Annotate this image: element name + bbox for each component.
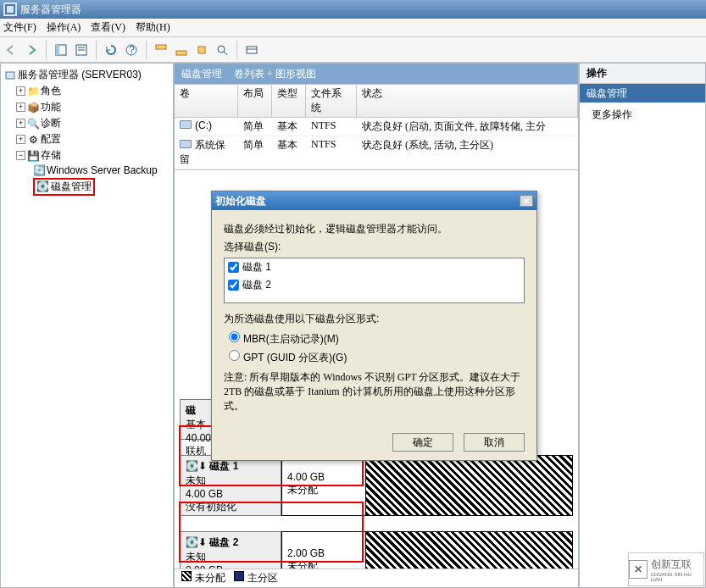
forward-icon[interactable]	[24, 42, 39, 58]
actions-more[interactable]: 更多操作	[580, 103, 705, 127]
dialog-buttons: 确定 取消	[212, 424, 536, 460]
actions-header: 操作	[580, 64, 705, 84]
menubar: 文件(F) 操作(A) 查看(V) 帮助(H)	[0, 19, 706, 37]
tree-roles[interactable]: +📁角色	[4, 83, 170, 99]
menu-file[interactable]: 文件(F)	[3, 20, 36, 35]
separator	[96, 41, 97, 59]
radio-gpt[interactable]	[229, 350, 240, 361]
tree-wsb[interactable]: 🔄Windows Server Backup	[4, 164, 170, 177]
legend-primary-swatch	[234, 571, 244, 581]
center-subtitle: 卷列表 + 图形视图	[234, 67, 316, 81]
features-icon: 📦	[27, 102, 39, 114]
partition-style-label: 为所选磁盘使用以下磁盘分区形式:	[224, 312, 525, 326]
tree-storage[interactable]: −💾存储	[4, 147, 170, 164]
actions-panel: 操作 磁盘管理 更多操作	[579, 63, 706, 588]
view-top-icon[interactable]	[153, 42, 169, 58]
expander-icon[interactable]: +	[16, 86, 25, 96]
svg-rect-9	[156, 45, 166, 49]
view-bottom-icon[interactable]	[174, 42, 189, 58]
svg-line-13	[224, 52, 227, 55]
backup-icon: 🔄	[33, 164, 45, 176]
col-type[interactable]: 类型	[272, 85, 306, 117]
expander-icon[interactable]: +	[16, 103, 25, 112]
table-row[interactable]: (C:) 简单 基本 NTFS 状态良好 (启动, 页面文件, 故障转储, 主分	[175, 118, 578, 136]
legend: 未分配 主分区	[175, 569, 578, 587]
col-layout[interactable]: 布局	[238, 85, 272, 117]
menu-view[interactable]: 查看(V)	[91, 20, 125, 35]
tree-root-label: 服务器管理器 (SERVER03)	[18, 68, 142, 82]
col-fs[interactable]: 文件系统	[306, 85, 357, 117]
disk1-partition[interactable]: 4.00 GB 未分配	[281, 455, 366, 516]
config-icon: ⚙	[27, 134, 39, 146]
panel-icon[interactable]	[53, 42, 69, 58]
svg-point-12	[218, 46, 225, 53]
svg-rect-3	[56, 45, 59, 55]
roles-icon: 📁	[27, 86, 39, 97]
refresh-icon[interactable]	[103, 42, 119, 58]
tree-root[interactable]: 服务器管理器 (SERVER03)	[4, 67, 170, 83]
watermark-sub: CHUANG XIN HU LIAN	[651, 572, 703, 582]
dialog-message: 磁盘必须经过初始化，逻辑磁盘管理器才能访问。	[224, 222, 525, 236]
volumes-table: 卷 布局 类型 文件系统 状态 (C:) 简单 基本 NTFS 状态良好 (启动…	[175, 84, 578, 169]
back-icon[interactable]	[3, 42, 19, 58]
radio-mbr-row[interactable]: MBR(主启动记录)(M)	[224, 330, 525, 348]
ok-button[interactable]: 确定	[392, 433, 453, 452]
center-title: 磁盘管理	[181, 67, 222, 81]
close-icon[interactable]: ✕	[520, 195, 533, 207]
settings-icon[interactable]	[194, 42, 209, 58]
svg-text:?: ?	[129, 44, 135, 56]
tree-config[interactable]: +⚙配置	[4, 131, 170, 147]
radio-gpt-row[interactable]: GPT (GUID 分区表)(G)	[224, 348, 525, 367]
cancel-button[interactable]: 取消	[464, 433, 525, 452]
actions-sub: 磁盘管理	[580, 84, 705, 103]
storage-icon: 💾	[27, 150, 39, 162]
svg-rect-16	[6, 72, 14, 79]
table-row[interactable]: 系统保留 简单 基本 NTFS 状态良好 (系统, 活动, 主分区)	[175, 136, 578, 169]
toolbar: ?	[0, 37, 706, 63]
disk2-info: 💽⬇ 磁盘 2 未知 2.00 GB 没有初始化	[180, 531, 281, 569]
tree-diskmgmt[interactable]: 💽 磁盘管理	[4, 177, 170, 197]
dialog-note: 注意: 所有早期版本的 Windows 不识别 GPT 分区形式。建议在大于2T…	[224, 370, 525, 413]
tree-diagnostics[interactable]: +🔍诊断	[4, 115, 170, 131]
watermark: ✕ 创新互联 CHUANG XIN HU LIAN	[628, 552, 704, 586]
svg-rect-10	[176, 51, 186, 55]
checkbox-disk1[interactable]	[228, 262, 239, 273]
properties-icon[interactable]	[74, 42, 89, 58]
dialog-body: 磁盘必须经过初始化，逻辑磁盘管理器才能访问。 选择磁盘(S): 磁盘 1 磁盘 …	[212, 210, 536, 424]
tree-panel: 服务器管理器 (SERVER03) +📁角色 +📦功能 +🔍诊断 +⚙配置 −💾…	[0, 63, 174, 588]
disk-list-item-2[interactable]: 磁盘 2	[225, 276, 524, 294]
checkbox-disk2[interactable]	[228, 280, 239, 291]
volume-icon	[180, 140, 192, 148]
separator	[236, 41, 237, 59]
col-status[interactable]: 状态	[357, 85, 578, 117]
disk2-partition[interactable]: 2.00 GB 未分配	[281, 531, 366, 569]
window-title: 服务器管理器	[20, 3, 81, 17]
window-titlebar: 服务器管理器	[0, 0, 706, 19]
volume-icon	[180, 120, 192, 129]
svg-rect-11	[198, 47, 205, 53]
menu-help[interactable]: 帮助(H)	[136, 20, 170, 35]
initialize-disk-dialog: 初始化磁盘 ✕ 磁盘必须经过初始化，逻辑磁盘管理器才能访问。 选择磁盘(S): …	[211, 191, 537, 461]
disk1-unalloc[interactable]	[366, 455, 573, 516]
disk-list-item-1[interactable]: 磁盘 1	[225, 258, 524, 276]
watermark-logo-icon: ✕	[629, 560, 648, 579]
menu-operation[interactable]: 操作(A)	[47, 20, 81, 35]
diagnostics-icon: 🔍	[27, 118, 39, 130]
radio-mbr[interactable]	[229, 331, 240, 342]
list-icon[interactable]	[244, 42, 259, 58]
expander-icon[interactable]: −	[16, 151, 25, 160]
find-icon[interactable]	[214, 42, 230, 58]
help-icon[interactable]: ?	[124, 42, 139, 58]
table-header: 卷 布局 类型 文件系统 状态	[175, 85, 578, 118]
expander-icon[interactable]: +	[16, 135, 25, 144]
expander-icon[interactable]: +	[16, 119, 25, 128]
disk-error-icon: 💽⬇	[186, 536, 207, 548]
tree-features[interactable]: +📦功能	[4, 99, 170, 115]
disk2-unalloc[interactable]	[366, 531, 573, 569]
watermark-brand: 创新互联	[651, 557, 703, 572]
disk-row-2[interactable]: 💽⬇ 磁盘 2 未知 2.00 GB 没有初始化 2.00 GB 未分配	[180, 531, 573, 569]
col-volume[interactable]: 卷	[175, 85, 238, 117]
diskmgmt-icon: 💽	[36, 180, 48, 192]
disk-row-1[interactable]: 💽⬇ 磁盘 1 未知 4.00 GB 没有初始化 4.00 GB 未分配	[180, 455, 573, 516]
dialog-titlebar[interactable]: 初始化磁盘 ✕	[212, 191, 536, 210]
